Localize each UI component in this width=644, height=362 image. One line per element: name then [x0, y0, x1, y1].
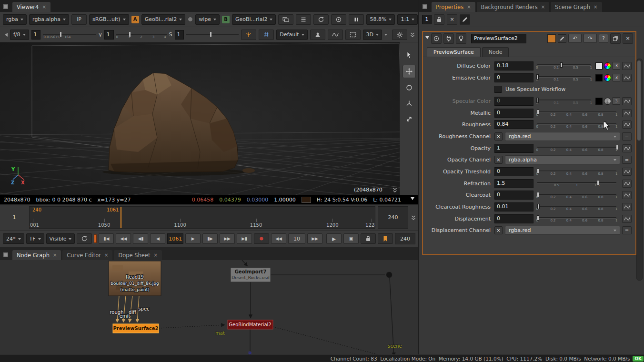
play-forward-button[interactable]: ▶: [185, 233, 201, 244]
close-icon[interactable]: ×: [594, 4, 597, 10]
refresh-icon[interactable]: [313, 14, 329, 25]
multivalue-button[interactable]: 3: [613, 74, 620, 81]
undo-button[interactable]: ↶: [568, 34, 582, 43]
slider-handle[interactable]: [597, 180, 599, 185]
slider-handle[interactable]: [537, 110, 539, 115]
viewport-3d[interactable]: Y Z X (2048x870: [0, 42, 400, 195]
specular-color-input[interactable]: 0: [494, 97, 533, 106]
settings-gear-icon[interactable]: [392, 30, 407, 40]
node-geoimport7[interactable]: GeoImport7 Desert_Rocks.usd: [231, 268, 271, 282]
slider-handle[interactable]: [210, 32, 211, 37]
animation-curve-button[interactable]: [622, 121, 632, 129]
opacity-input[interactable]: 1: [494, 144, 533, 153]
animation-curve-button[interactable]: [622, 203, 632, 211]
panel-grip-icon[interactable]: [2, 251, 10, 259]
slider-handle[interactable]: [537, 204, 540, 209]
metallic-input[interactable]: 0: [494, 109, 533, 118]
close-all-panels-icon[interactable]: ×: [447, 14, 457, 25]
clearcoat-slider[interactable]: 00.20.40.60.81: [536, 191, 617, 200]
tab-background-renders[interactable]: Background Renders×: [477, 2, 550, 12]
displacement-slider[interactable]: 00.20.40.60.81: [536, 214, 617, 223]
saturation-input[interactable]: 1: [175, 30, 184, 40]
redo-button[interactable]: ↷: [584, 34, 597, 43]
node-read19[interactable]: Read19 boulder_01_diff_8k.jpg (matte_pai…: [109, 261, 161, 296]
tab-viewer4[interactable]: Viewer4 ×: [12, 2, 50, 12]
scale-tool-icon[interactable]: [403, 113, 415, 125]
node-graph-canvas[interactable]: Read19 boulder_01_diff_8k.jpg (matte_pai…: [0, 260, 418, 362]
emissive-color-input[interactable]: 0: [494, 73, 533, 82]
wipe-dropdown[interactable]: wipe: [195, 14, 220, 25]
refraction-slider[interactable]: 0.511.5: [536, 179, 617, 188]
fstop-dropdown[interactable]: f/8: [10, 30, 29, 40]
node-dot[interactable]: [386, 272, 392, 278]
color-swatch[interactable]: [595, 62, 603, 70]
timeline-chevrons-icon[interactable]: [411, 215, 416, 221]
guides-icon[interactable]: [259, 30, 274, 40]
viewport-chevrons-icon[interactable]: [392, 187, 398, 193]
axis-tool-icon[interactable]: [403, 97, 415, 110]
node-input-icon[interactable]: [443, 33, 454, 44]
flipbook-record-icon[interactable]: [254, 233, 269, 244]
clearcoat-roughness-slider[interactable]: 00.20.40.60.81: [536, 203, 617, 211]
properties-scrollbar[interactable]: [636, 59, 643, 281]
timeline-track[interactable]: 240 1061 100110501100115012001228: [29, 206, 375, 229]
tab-dope-sheet[interactable]: Dope Sheet×: [114, 250, 162, 260]
close-icon[interactable]: ×: [541, 4, 545, 10]
edit-icon[interactable]: [460, 14, 470, 25]
proxy-dropdown[interactable]: 1:1: [397, 14, 418, 25]
clear-roughness-channel-button[interactable]: ×: [494, 132, 503, 141]
close-panel-icon[interactable]: ×: [623, 33, 633, 44]
translate-tool-icon[interactable]: [402, 65, 416, 78]
opacity-slider[interactable]: 00.20.40.60.81: [536, 144, 617, 152]
clear-opacity-channel-button[interactable]: ×: [494, 156, 503, 164]
color-swatch[interactable]: [595, 74, 603, 81]
collapse-left-icon[interactable]: [3, 33, 8, 37]
gamma-input[interactable]: 1: [104, 30, 114, 40]
close-icon[interactable]: ×: [467, 4, 471, 10]
collapse-panel-icon[interactable]: [425, 36, 429, 41]
goto-end-button[interactable]: ▶▮: [237, 233, 252, 244]
zoom-dropdown[interactable]: 58.8%: [366, 14, 395, 25]
frame-increment-field[interactable]: 10: [288, 233, 305, 244]
fps-dropdown[interactable]: 24*: [3, 233, 24, 244]
metallic-slider[interactable]: 00.20.40.60.81: [536, 109, 617, 117]
goto-start-button[interactable]: ▮◀: [99, 233, 114, 244]
slider-handle[interactable]: [560, 62, 563, 68]
slider-handle[interactable]: [537, 192, 539, 197]
animation-curve-button[interactable]: [622, 215, 632, 223]
opacity-threshold-input[interactable]: 0: [494, 167, 533, 176]
multivalue-button[interactable]: 3: [613, 62, 620, 70]
roughness-input[interactable]: 0.84: [494, 120, 533, 129]
animation-curve-button[interactable]: [622, 97, 632, 105]
animation-curve-button[interactable]: [622, 168, 632, 176]
animation-curve-button[interactable]: [622, 74, 632, 82]
rotate-tool-icon[interactable]: [403, 81, 415, 94]
current-frame-field[interactable]: 1061: [167, 233, 183, 244]
input-a-badge[interactable]: A: [131, 16, 139, 23]
diffuse-color-slider[interactable]: 00.10.51: [536, 61, 592, 70]
animation-curve-button[interactable]: [622, 180, 632, 188]
slider-handle[interactable]: [604, 121, 606, 127]
expand-readout-icon[interactable]: [411, 197, 414, 202]
node-geobindmaterial2[interactable]: GeoBindMaterial2: [228, 320, 273, 329]
layer-menu-button[interactable]: =: [622, 156, 632, 164]
panel-grip-icon[interactable]: [2, 3, 10, 10]
lock-panels-icon[interactable]: [434, 14, 444, 25]
panel-stack-count[interactable]: 1: [422, 15, 432, 24]
clearcoat-input[interactable]: 0: [494, 191, 533, 200]
roi-icon[interactable]: [345, 30, 361, 40]
color-wheel-icon[interactable]: [604, 62, 611, 70]
pause-icon[interactable]: [349, 14, 364, 25]
diffuse-color-input[interactable]: 0.18: [494, 61, 533, 70]
slider-handle[interactable]: [616, 145, 618, 150]
refraction-input[interactable]: 1.5: [494, 179, 533, 188]
close-icon[interactable]: ×: [154, 252, 158, 258]
mask-icon[interactable]: [310, 30, 325, 40]
node-color-edit-icon[interactable]: [558, 34, 566, 43]
swap-ab-icon[interactable]: [188, 17, 193, 22]
node-previewsurface2[interactable]: PreviewSurface2: [113, 324, 159, 333]
layer-dropdown[interactable]: rgba: [3, 14, 27, 25]
specular-color-slider[interactable]: 00.10.51: [536, 97, 592, 105]
timeline-mode-dropdown[interactable]: TF: [26, 233, 44, 244]
color-swatch[interactable]: [595, 98, 603, 105]
